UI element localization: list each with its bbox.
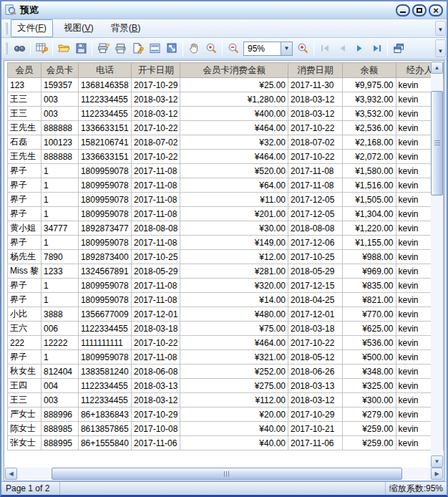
table-cell: ¥536.00 [342,336,396,350]
table-cell: 2017-10-22 [288,336,343,350]
table-cell: 2017-12-05 [288,207,343,221]
table-cell: 2017-10-29 [288,407,343,422]
open-icon [58,42,70,54]
zoom-level-combobox: 95%▼ [243,42,293,56]
table-cell: 2018-05-29 [288,264,343,279]
table-cell: 1 [42,293,79,307]
menu-item-view[interactable]: 视图(V) [57,19,100,37]
menu-item-file[interactable]: 文件(F) [11,19,53,37]
print-setup-button[interactable]: ? [94,40,112,57]
table-cell: 界子 [8,293,42,307]
table-row: 王三00311223344552018-03-12¥112.002018-03-… [8,393,444,407]
table-settings-button[interactable] [33,40,50,57]
scroll-down-button[interactable]: ▼ [431,455,443,468]
first-page-button [316,40,333,57]
table-cell: 2018-08-08 [288,221,343,236]
toolbar-separator [387,42,388,56]
menubar-overflow-chevron-icon[interactable]: ▼ [435,21,446,36]
menubar-grip[interactable] [4,22,8,35]
last-page-button[interactable] [368,40,385,57]
table-cell: 1582106741 [78,135,131,150]
maximize-button[interactable] [412,4,427,16]
horizontal-scrollbar[interactable]: ◀ ▶ [5,468,443,480]
table-cell: 2017-11-08 [131,207,180,221]
table-cell: 1122334455 [78,379,131,393]
table-cell: 界子 [8,193,42,207]
table-cell: 1383581240 [78,365,131,379]
zoom-in-button[interactable] [294,40,311,57]
hand-button[interactable] [185,40,203,57]
scroll-right-button[interactable]: ▶ [431,468,443,480]
column-header: 电话 [78,63,131,78]
minimize-button[interactable] [396,4,410,16]
scroll-up-button[interactable]: ▲ [431,62,443,74]
scroll-left-button[interactable]: ◀ [5,468,17,480]
table-cell: ¥1,220.00 [342,221,396,236]
table-cell: 2017-12-01 [288,307,343,322]
zoom-out-button[interactable] [225,40,242,57]
table-row: 界子118099590782017-11-08¥64.002017-11-08¥… [8,178,444,193]
svg-text:?: ? [106,42,109,49]
table-cell: 1122334455 [78,107,131,121]
next-page-button[interactable] [351,40,368,57]
table-cell: 1324567891 [78,264,131,279]
table-row: 陈女士88898586138578652017-10-08¥40.002017-… [8,422,444,436]
print-button[interactable] [112,40,129,57]
table-cell: 1809959078 [78,178,131,193]
find-button[interactable] [11,40,28,57]
table-cell: 1356677009 [78,307,131,322]
table-cell: ¥12.00 [180,250,288,264]
table-row: 界子118099590782017-11-08¥14.002018-04-25¥… [8,293,444,307]
margins-button[interactable] [146,40,163,57]
table-cell: 8613857865 [78,422,131,436]
table-cell: 小比 [8,307,42,322]
table-cell: 1 [42,178,79,193]
table-cell: ¥259.00 [342,436,396,450]
table-cell: 2017-10-25 [288,250,343,264]
table-cell: 2018-06-26 [288,365,343,379]
zoom-level-value[interactable]: 95% [243,42,281,56]
table-cell: 2018-05-29 [131,264,180,279]
table-cell: 2017-11-06 [131,436,180,450]
table-cell: ¥988.00 [342,250,396,264]
toolbar: ?95%▼ ▼ [1,38,447,59]
table-header-row: 会员会员卡电话开卡日期会员卡消费金额消费日期余额经办人 [8,63,444,78]
table-cell: 2017-12-01 [131,307,180,322]
page-setup-button[interactable] [129,40,146,57]
table-cell: ¥9,975.00 [342,78,396,92]
save-button[interactable] [72,40,89,57]
print-icon [115,42,127,54]
menu-item-background[interactable]: 背景(B) [104,19,147,37]
shrink-to-fit-button[interactable] [163,40,180,57]
vertical-scrollbar-thumb[interactable] [431,91,443,196]
table-cell: 2017-10-22 [131,150,180,164]
toolbar-overflow-chevron-icon[interactable]: ▼ [435,39,446,57]
table-row: 界子118099590782017-11-08¥320.002017-12-15… [8,279,444,293]
table-cell: 888985 [42,422,79,436]
table-cell: ¥625.00 [342,322,396,336]
table-cell: ¥2,168.00 [342,135,396,150]
vertical-scrollbar[interactable]: ▲ ▼ [431,62,443,468]
table-cell: 2017-11-08 [131,164,180,178]
close-button[interactable]: × [429,4,443,16]
table-cell: 1 [42,350,79,365]
table-row: 界子118099590782017-11-08¥321.002018-05-12… [8,350,444,365]
toolbar-grip[interactable] [4,42,8,55]
zoom-marker-button[interactable] [203,40,220,57]
table-cell: ¥1,155.00 [342,236,396,250]
table-cell: 1809959078 [78,293,131,307]
table-cell: 2018-03-13 [288,379,343,393]
multi-page-button[interactable] [390,40,407,57]
table-cell: 003 [42,393,79,407]
toolbar-separator [313,42,314,56]
table-cell: ¥464.00 [180,150,288,164]
table-cell: ¥40.00 [180,422,288,436]
horizontal-scrollbar-thumb[interactable] [52,468,402,480]
prev-page-icon [336,42,349,54]
zoom-combobox-dropdown-chevron-icon[interactable]: ▼ [281,42,293,56]
open-button[interactable] [55,40,72,57]
zoom-out-icon [228,42,240,54]
table-cell: 812404 [42,365,79,379]
table-cell: 1 [42,236,79,250]
table-cell: 2018-03-12 [131,107,180,121]
